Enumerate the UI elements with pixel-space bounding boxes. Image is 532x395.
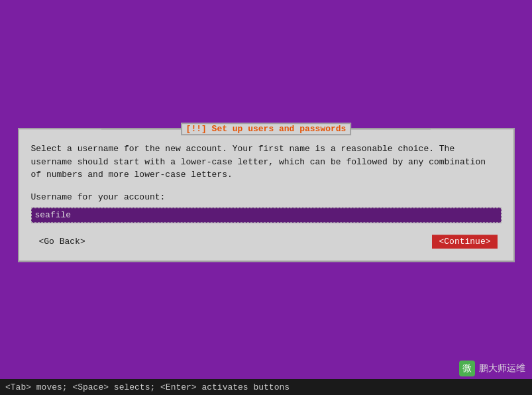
go-back-button[interactable]: <Go Back> [35,235,89,248]
dialog-title: [!!] Set up users and passwords [181,123,352,135]
watermark: 微 鹏大师运维 [459,361,525,376]
continue-button[interactable]: <Continue> [432,235,497,249]
username-input[interactable] [31,207,502,223]
title-bar: [!!] Set up users and passwords [101,123,431,135]
title-line-left [101,128,181,129]
dialog-content: Select a username for the new account. Y… [19,129,513,260]
description-text: Select a username for the new account. Y… [31,142,502,182]
title-line-right [351,128,431,129]
bottom-hint-bar: <Tab> moves; <Space> selects; <Enter> ac… [0,379,532,395]
dialog-box: [!!] Set up users and passwords Select a… [18,128,515,262]
button-row: <Go Back> <Continue> [31,235,502,249]
dialog-container: [!!] Set up users and passwords Select a… [18,128,515,262]
wechat-icon: 微 [459,361,475,376]
field-label: Username for your account: [31,192,502,202]
bottom-hint-text: <Tab> moves; <Space> selects; <Enter> ac… [5,382,290,392]
watermark-text: 鹏大师运维 [479,363,525,374]
